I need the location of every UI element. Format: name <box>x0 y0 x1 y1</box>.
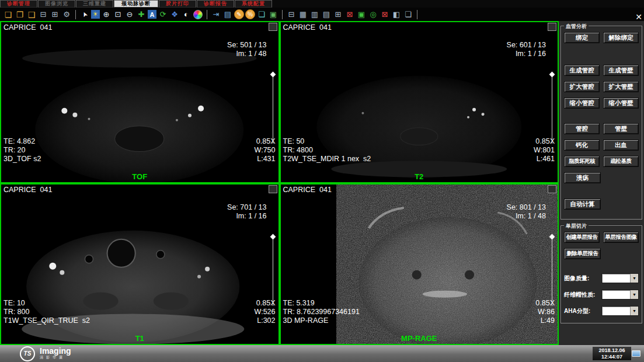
layout-delete-icon[interactable]: ⊠ <box>380 9 390 20</box>
lumen-button[interactable]: 管腔 <box>564 123 600 134</box>
create-slice-report-button[interactable]: 创建单层报告 <box>564 232 600 243</box>
layout-single-icon[interactable]: ⊟ <box>286 9 297 20</box>
export-image-icon[interactable]: ▣ <box>268 9 279 20</box>
dropdown-arrow-icon[interactable]: ▼ <box>630 290 638 299</box>
new-study-folder-icon[interactable]: ❑ <box>26 9 37 20</box>
time-text: 12:44:07 <box>593 354 631 360</box>
layout-close-icon[interactable]: ⊠ <box>344 9 355 20</box>
zoom-out-tool-icon[interactable]: ⊖ <box>124 9 135 20</box>
cursor-tool-icon[interactable]: ➤ <box>78 8 92 22</box>
brand-name: Imaging <box>40 347 71 355</box>
film-strip-icon[interactable]: ▤ <box>222 9 233 20</box>
cascade-windows-icon[interactable]: ❏ <box>403 9 413 20</box>
expand-lumen-button[interactable]: 扩大管腔 <box>564 81 600 92</box>
sequence-label: MP-RAGE <box>281 334 558 343</box>
auto-calculate-button[interactable]: 自动计算 <box>564 199 601 210</box>
calcification-button[interactable]: 钙化 <box>564 140 600 151</box>
toolbar-separator <box>207 10 207 19</box>
generate-wall-button[interactable]: 生成管壁 <box>603 65 639 76</box>
sequence-label: T1 <box>1 334 279 343</box>
tab-system-config[interactable]: 系统配置 <box>235 0 272 8</box>
brand-block: Imaging 清影华康 <box>40 347 71 360</box>
toolbar-separator <box>417 10 417 19</box>
shrink-lumen-button[interactable]: 缩小管腔 <box>564 98 600 109</box>
series-info: Se: 601 / 13Im: 1 / 16 <box>507 23 546 76</box>
monitor-status-icon <box>632 350 640 357</box>
close-icon[interactable]: ✕ <box>635 12 642 22</box>
image-quality-select[interactable]: ▼ <box>601 273 639 283</box>
viewport-t1[interactable]: CAPRICE 041 Se: 701 / 13Im: 1 / 16 TE: 1… <box>0 183 280 346</box>
fit-to-screen-tool-icon[interactable]: ❖ <box>169 9 180 20</box>
image-scroll-track[interactable] <box>273 76 273 144</box>
refresh-tool-icon[interactable]: ⟳ <box>158 9 168 20</box>
layout-two-vertical-icon[interactable]: ▥ <box>309 9 320 20</box>
tab-3d-reconstruction[interactable]: 三维重建 <box>76 0 113 8</box>
export-window-icon[interactable]: ⊞ <box>50 9 60 20</box>
series-indicator-box[interactable] <box>548 185 556 193</box>
tab-carotid-diagnosis[interactable]: 颈动脉诊断 <box>114 0 158 8</box>
viewport-mprage[interactable]: CAPRICE 041 Se: 801 / 13Im: 1 / 48 TE: 5… <box>280 183 559 346</box>
copy-report-icon[interactable]: ❏ <box>256 9 267 20</box>
invert-tool-icon[interactable]: ◐ <box>181 9 192 20</box>
ulcer-button[interactable]: 溃疡 <box>564 172 601 183</box>
loose-matrix-button[interactable]: 疏松基质 <box>603 156 639 167</box>
patient-id: CAPRICE 041 <box>4 186 52 194</box>
lipid-necrotic-core-button[interactable]: 脂质坏死核 <box>564 156 600 167</box>
archive-settings-icon[interactable]: ⚙ <box>61 9 72 20</box>
brand-subtitle: 清影华康 <box>40 355 71 360</box>
pan-tool-icon[interactable]: ✚ <box>136 9 147 20</box>
wall-button[interactable]: 管壁 <box>603 123 639 134</box>
ratio-tool-icon[interactable]: % <box>245 9 255 19</box>
fibrous-cap-label: 纤维帽性质: <box>564 291 595 299</box>
delete-slice-report-button[interactable]: 删除单层报告 <box>564 248 601 259</box>
measure-tool-icon[interactable]: ✎ <box>234 9 244 19</box>
roi-rectangle-icon[interactable]: ▣ <box>356 9 367 20</box>
tab-image-browse[interactable]: 图像浏览 <box>38 0 75 8</box>
layout-split-half-icon[interactable]: ◧ <box>391 9 402 20</box>
minimize-window-icon[interactable]: ⊟ <box>38 9 48 20</box>
zoom-tool-icon[interactable]: ⊕ <box>101 9 112 20</box>
tab-diagnosis-manage[interactable]: 诊断管理 <box>0 0 37 8</box>
patient-id: CAPRICE 041 <box>4 23 52 32</box>
viewport-tof[interactable]: CAPRICE 041 Se: 501 / 13Im: 1 / 48 TE: 4… <box>0 21 280 183</box>
expand-wall-button[interactable]: 扩大管壁 <box>603 81 639 92</box>
aha-type-select[interactable]: ▼ <box>601 306 639 316</box>
dropdown-arrow-icon[interactable]: ▼ <box>630 307 638 315</box>
toolbar-separator <box>282 10 283 19</box>
image-scroll-track[interactable] <box>552 238 552 306</box>
slice-report-image-button[interactable]: 单层报告图像 <box>603 232 639 243</box>
series-indicator-box[interactable] <box>548 23 556 31</box>
annotation-tool-icon[interactable]: A <box>148 10 156 19</box>
bind-button[interactable]: 绑定 <box>564 32 600 43</box>
layout-grid-four-icon[interactable]: ⊞ <box>333 9 343 20</box>
color-palette-tool-icon[interactable] <box>193 9 203 20</box>
image-scroll-track[interactable] <box>552 76 552 144</box>
series-indicator-box[interactable] <box>269 185 277 193</box>
datetime-display: 2018.12.06 12:44:07 <box>593 347 631 360</box>
tab-diagnosis-report[interactable]: 诊断报告 <box>197 0 234 8</box>
window-level-tool-icon[interactable]: ☀ <box>91 10 100 19</box>
layout-two-horizontal-icon[interactable]: ▤ <box>321 9 332 20</box>
generate-lumen-button[interactable]: 生成管腔 <box>564 65 600 76</box>
series-indicator-box[interactable] <box>269 23 277 31</box>
hemorrhage-button[interactable]: 出血 <box>603 140 639 151</box>
series-info: Se: 801 / 13Im: 1 / 48 <box>507 186 546 238</box>
viewport-grid: CAPRICE 041 Se: 501 / 13Im: 1 / 48 TE: 4… <box>0 21 559 345</box>
fibrous-cap-select[interactable]: ▼ <box>601 290 639 300</box>
import-study-folder-icon[interactable]: ❐ <box>15 9 25 20</box>
roi-ellipse-icon[interactable]: ◎ <box>368 9 378 20</box>
toolbar: ❏ ❐ ❑ ⊟ ⊞ ⚙ ➤ ☀ ⊕ ⊡ ⊖ ✚ A ⟳ ❖ ◐ ⇥ ▤ ✎ % … <box>0 8 644 21</box>
viewport-t2[interactable]: CAPRICE 041 Se: 601 / 13Im: 1 / 16 TE: 5… <box>280 21 559 183</box>
tab-film-print[interactable]: 胶片打印 <box>159 0 196 8</box>
export-layout-icon[interactable]: ⇥ <box>211 9 221 20</box>
right-panel: 血管分析 绑定 解除绑定 生成管腔 生成管壁 扩大管腔 扩大管壁 缩小管腔 缩小… <box>559 21 644 345</box>
image-scroll-track[interactable] <box>273 238 273 306</box>
unbind-button[interactable]: 解除绑定 <box>603 32 639 43</box>
layout-edit-icon[interactable]: ▦ <box>298 9 308 20</box>
dropdown-arrow-icon[interactable]: ▼ <box>630 274 638 283</box>
zoom-region-tool-icon[interactable]: ⊡ <box>113 9 123 20</box>
open-study-folder-icon[interactable]: ❏ <box>3 9 13 20</box>
patient-id: CAPRICE 041 <box>283 186 332 194</box>
shrink-wall-button[interactable]: 缩小管壁 <box>603 98 639 109</box>
aha-type-label: AHA分型: <box>564 307 590 315</box>
